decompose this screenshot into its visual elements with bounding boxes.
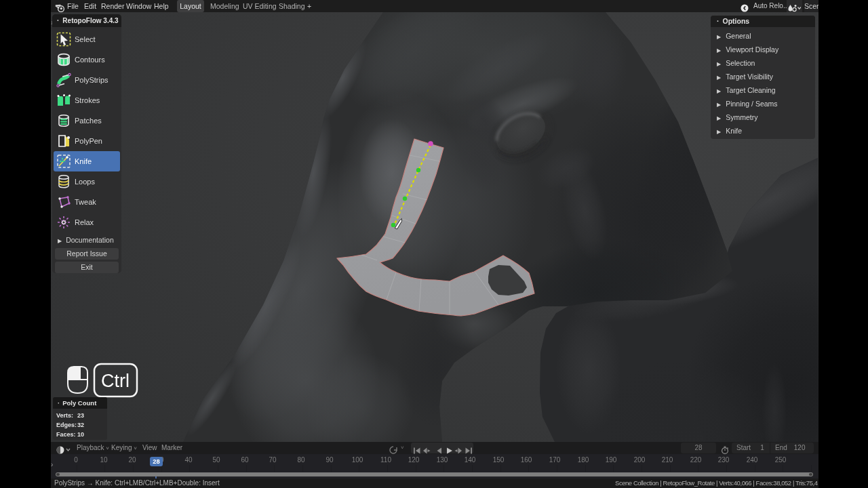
svg-text:Ctrl: Ctrl: [101, 371, 130, 391]
